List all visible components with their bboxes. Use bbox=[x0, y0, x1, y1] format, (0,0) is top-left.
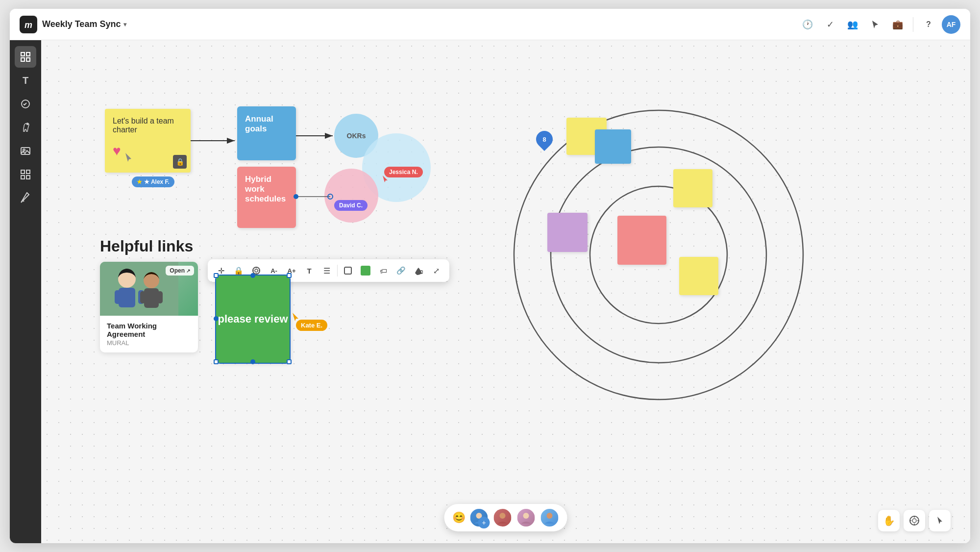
okrs-text: OKRs bbox=[347, 132, 366, 140]
svg-rect-2 bbox=[26, 52, 30, 56]
circle-sticky-4[interactable] bbox=[547, 213, 588, 252]
header-right: 🕐 ✓ 👥 💼 ? AF bbox=[798, 15, 960, 34]
sidebar-shapes-tool[interactable] bbox=[15, 93, 36, 115]
heart-icon: ♥ bbox=[113, 143, 121, 159]
link-card-subtitle: MURAL bbox=[107, 339, 191, 347]
selection-handle-bl bbox=[214, 359, 219, 364]
clock-icon-btn[interactable]: 🕐 bbox=[798, 15, 817, 34]
cursor-icon-btn[interactable] bbox=[866, 15, 884, 34]
target-tool-btn[interactable] bbox=[904, 510, 925, 531]
link-card-open-btn[interactable]: Open ↗ bbox=[166, 266, 194, 276]
svg-point-45 bbox=[912, 519, 916, 523]
arrow-charter-annual bbox=[191, 136, 240, 146]
kate-label: Kate E. bbox=[296, 320, 327, 331]
svg-rect-28 bbox=[157, 291, 163, 303]
svg-rect-26 bbox=[144, 288, 159, 308]
check-icon-btn[interactable]: ✓ bbox=[821, 15, 839, 34]
selection-handle-tc bbox=[250, 273, 255, 278]
svg-rect-23 bbox=[115, 290, 121, 304]
sidebar-frames-tool[interactable] bbox=[15, 46, 36, 68]
tb-border-btn[interactable] bbox=[340, 262, 356, 279]
user3-avatar[interactable] bbox=[516, 508, 536, 527]
arrow-annual-okrs bbox=[296, 131, 338, 141]
workspace-title[interactable]: Weekly Team Sync ▾ bbox=[42, 19, 126, 29]
tb-link-btn[interactable]: 🔗 bbox=[392, 262, 409, 279]
circle-sticky-5[interactable] bbox=[617, 216, 666, 265]
card-hybrid[interactable]: Hybrid work schedules bbox=[237, 167, 296, 228]
circle-sticky-6[interactable] bbox=[679, 257, 718, 295]
selection-handle-bc bbox=[250, 359, 255, 364]
selection-handle-br bbox=[287, 359, 292, 364]
user4-avatar[interactable] bbox=[540, 508, 560, 527]
card-hybrid-text: Hybrid work schedules bbox=[245, 175, 286, 203]
external-link-icon: ↗ bbox=[186, 268, 190, 274]
svg-rect-4 bbox=[26, 58, 30, 61]
svg-rect-27 bbox=[140, 291, 146, 303]
emoji-reaction-btn[interactable]: 😊 bbox=[452, 511, 466, 524]
link-card-team-agreement[interactable]: Open ↗ Team Working Agreement MURAL bbox=[100, 262, 198, 352]
tb-tag-btn[interactable]: 🏷 bbox=[375, 262, 392, 279]
link-card-body: Team Working Agreement MURAL bbox=[100, 316, 198, 352]
app-window: m Weekly Team Sync ▾ 🕐 ✓ 👥 💼 ? AF bbox=[10, 9, 970, 543]
svg-rect-3 bbox=[21, 58, 24, 61]
help-button[interactable]: ? bbox=[919, 15, 938, 34]
workspace-title-text: Weekly Team Sync bbox=[42, 19, 121, 29]
sidebar-text-tool[interactable]: T bbox=[15, 70, 36, 91]
svg-rect-22 bbox=[119, 288, 135, 307]
canvas: Let's build a team charter 🔒 ♥ ★ ★ Alex … bbox=[41, 40, 970, 543]
card-annual-goals[interactable]: Annual goals bbox=[237, 106, 296, 160]
david-label: David C. bbox=[334, 200, 368, 211]
sidebar-pen-tool[interactable] bbox=[15, 187, 36, 209]
alex-label: ★ ★ Alex F. bbox=[132, 176, 174, 187]
toolbar-divider bbox=[337, 265, 338, 276]
user-avatar-btn[interactable]: AF bbox=[942, 15, 960, 34]
header: m Weekly Team Sync ▾ 🕐 ✓ 👥 💼 ? AF bbox=[10, 9, 970, 40]
jessica-label-text: Jessica N. bbox=[389, 169, 418, 176]
sidebar-llama-tool[interactable] bbox=[15, 117, 36, 138]
pointer-tool-btn[interactable] bbox=[929, 510, 951, 531]
selection-handle-tr bbox=[287, 273, 292, 278]
user2-avatar[interactable] bbox=[493, 508, 513, 527]
green-sticky-text: please review bbox=[218, 312, 288, 326]
hand-tool-btn[interactable]: ✋ bbox=[878, 510, 900, 531]
helpful-links-title: Helpful links bbox=[100, 237, 193, 255]
header-divider bbox=[913, 17, 913, 32]
tb-font-btn[interactable]: T bbox=[301, 262, 318, 279]
green-sticky-selected[interactable]: please review bbox=[216, 276, 290, 363]
tb-fill-btn[interactable] bbox=[410, 262, 427, 279]
chevron-down-icon: ▾ bbox=[123, 21, 126, 28]
selection-handle-tl bbox=[214, 273, 219, 278]
sidebar-grid-tool[interactable] bbox=[15, 164, 36, 185]
sticky-charter[interactable]: Let's build a team charter 🔒 ♥ bbox=[105, 109, 191, 173]
tb-expand-btn[interactable]: ⤢ bbox=[428, 262, 444, 279]
svg-point-8 bbox=[23, 149, 25, 151]
svg-rect-12 bbox=[26, 176, 30, 179]
sidebar: T bbox=[10, 40, 41, 543]
tb-color-btn[interactable] bbox=[357, 262, 374, 279]
sticky-charter-text: Let's build a team charter bbox=[113, 117, 174, 134]
svg-point-30 bbox=[255, 269, 258, 272]
share-icon-btn[interactable]: 👥 bbox=[843, 15, 862, 34]
sidebar-image-tool[interactable] bbox=[15, 140, 36, 162]
svg-rect-9 bbox=[21, 170, 24, 174]
pin-number: 8 bbox=[542, 136, 546, 143]
svg-text:m: m bbox=[24, 20, 32, 30]
header-left: m Weekly Team Sync ▾ bbox=[20, 16, 126, 33]
bottom-right-tools: ✋ bbox=[878, 510, 951, 531]
selection-handle-ml bbox=[214, 316, 219, 321]
tb-align-btn[interactable]: ☰ bbox=[318, 262, 335, 279]
jessica-label: Jessica N. bbox=[384, 167, 423, 177]
svg-rect-35 bbox=[344, 267, 351, 274]
svg-rect-10 bbox=[26, 170, 30, 174]
link-card-image: Open ↗ bbox=[100, 262, 198, 316]
svg-point-42 bbox=[523, 513, 529, 519]
circle-sticky-2[interactable] bbox=[595, 129, 631, 164]
circle-sticky-3[interactable] bbox=[673, 169, 712, 207]
avatar-group: + bbox=[469, 508, 489, 527]
briefcase-icon-btn[interactable]: 💼 bbox=[888, 15, 907, 34]
add-user-btn[interactable]: + bbox=[478, 517, 490, 528]
link-card-title: Team Working Agreement bbox=[107, 322, 191, 338]
avatar-initials: AF bbox=[947, 21, 956, 28]
svg-point-18 bbox=[294, 194, 298, 199]
alex-label-text: ★ Alex F. bbox=[144, 178, 170, 185]
